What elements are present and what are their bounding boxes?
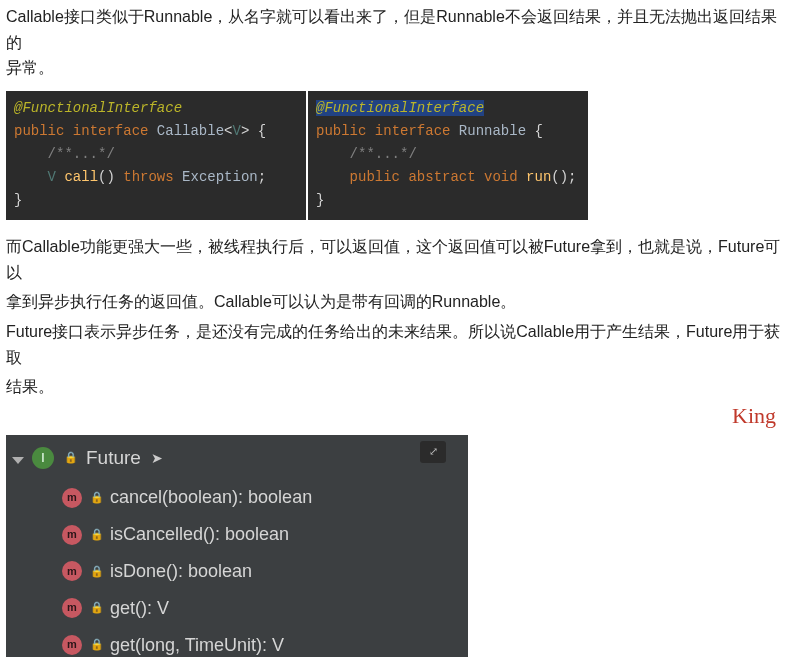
runnable-code-block: @FunctionalInterface public interface Ru… — [308, 91, 588, 220]
method-icon: m — [62, 488, 82, 508]
fullscreen-button[interactable]: ⤢ — [420, 441, 446, 463]
method-signature: get(long, TimeUnit): V — [110, 631, 284, 657]
cursor-icon: ➤ — [151, 447, 163, 469]
comment: /**...*/ — [48, 146, 115, 162]
lock-icon: 🔒 — [90, 636, 104, 654]
method-icon: m — [62, 525, 82, 545]
interface-icon: I — [32, 447, 54, 469]
method-icon: m — [62, 561, 82, 581]
method-signature: isCancelled(): boolean — [110, 520, 289, 549]
method-icon: m — [62, 598, 82, 618]
method-row[interactable]: m 🔒 isDone(): boolean — [62, 553, 468, 590]
method-signature: get(): V — [110, 594, 169, 623]
tree-root-row[interactable]: I 🔒 Future ➤ — [6, 441, 468, 479]
interface-name: Future — [86, 443, 141, 473]
lock-icon: 🔒 — [64, 449, 78, 467]
method-icon: m — [62, 635, 82, 655]
intro-line-2: 异常。 — [6, 59, 54, 76]
lock-icon: 🔒 — [90, 563, 104, 581]
comment: /**...*/ — [350, 146, 417, 162]
mid-line-2: 拿到异步执行任务的返回值。Callable可以认为是带有回调的Runnable。 — [6, 289, 782, 315]
method-signature: cancel(boolean): boolean — [110, 483, 312, 512]
lock-icon: 🔒 — [90, 599, 104, 617]
method-row[interactable]: m 🔒 isCancelled(): boolean — [62, 516, 468, 553]
king-label: King — [6, 398, 782, 433]
intro-line-1: Callable接口类似于Runnable，从名字就可以看出来了，但是Runna… — [6, 8, 777, 51]
lock-icon: 🔒 — [90, 526, 104, 544]
lock-icon: 🔒 — [90, 489, 104, 507]
method-list: m 🔒 cancel(boolean): boolean m 🔒 isCance… — [6, 479, 468, 657]
mid-line-1: 而Callable功能更强大一些，被线程执行后，可以返回值，这个返回值可以被Fu… — [6, 234, 782, 285]
mid-line-3: Future接口表示异步任务，是还没有完成的任务给出的未来结果。所以说Calla… — [6, 319, 782, 370]
method-signature: isDone(): boolean — [110, 557, 252, 586]
intro-paragraph: Callable接口类似于Runnable，从名字就可以看出来了，但是Runna… — [6, 4, 782, 81]
middle-paragraphs: 而Callable功能更强大一些，被线程执行后，可以返回值，这个返回值可以被Fu… — [6, 234, 782, 400]
code-blocks-row: @FunctionalInterface public interface Ca… — [6, 91, 782, 220]
ide-structure-panel: ⤢ I 🔒 Future ➤ m 🔒 cancel(boolean): bool… — [6, 435, 468, 657]
mid-line-4: 结果。 — [6, 374, 782, 400]
method-row[interactable]: m 🔒 get(long, TimeUnit): V — [62, 627, 468, 657]
annotation: @FunctionalInterface — [14, 100, 182, 116]
method-row[interactable]: m 🔒 cancel(boolean): boolean — [62, 479, 468, 516]
collapse-triangle-icon[interactable] — [12, 457, 24, 464]
method-row[interactable]: m 🔒 get(): V — [62, 590, 468, 627]
fullscreen-icon: ⤢ — [429, 443, 438, 461]
callable-code-block: @FunctionalInterface public interface Ca… — [6, 91, 306, 220]
annotation: @FunctionalInterface — [316, 100, 484, 116]
